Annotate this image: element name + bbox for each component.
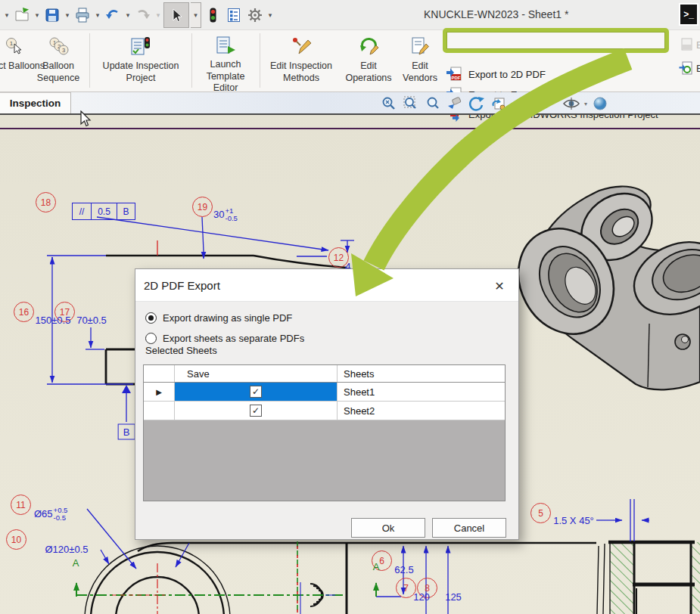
sheets-table: Save Sheets ▶✓Sheet1✓Sheet2 (143, 364, 506, 501)
launch-template-editor-button[interactable]: Launch Template Editor (194, 32, 257, 91)
export-edrawings-icon (678, 60, 693, 76)
dimension-text-toleranced[interactable]: 30+1-0.5 (213, 207, 238, 222)
edit-inspection-methods-button[interactable]: Edit Inspection Methods (262, 32, 341, 91)
chevron-down-icon[interactable]: ▾ (124, 11, 132, 19)
launch-template-editor-icon (214, 35, 237, 56)
datum-label-A[interactable]: A (73, 557, 79, 569)
export-edrawings-button[interactable]: Ex (678, 60, 700, 76)
radio-label: Export drawing as single PDF (163, 312, 292, 324)
save-cell[interactable]: ✓ (175, 402, 338, 420)
cancel-button[interactable]: Cancel (432, 518, 506, 538)
ribbon-button-label: Balloon Sequence (27, 60, 89, 84)
gdt-cell: B (117, 203, 135, 220)
ribbon-separator (191, 33, 192, 88)
chevron-down-icon[interactable]: ▾ (3, 11, 11, 19)
dimension-text[interactable]: 150±0.5 (36, 315, 71, 326)
dimension-text[interactable]: Ø120±0.5 (45, 544, 88, 555)
chevron-down-icon[interactable]: ▾ (64, 11, 71, 19)
print-button[interactable] (73, 5, 92, 25)
edit-vendors-button[interactable]: Edit Vendors (397, 32, 443, 91)
table-row[interactable]: ▶✓Sheet1 (144, 383, 505, 402)
datum-label-B[interactable]: B (118, 424, 135, 440)
gdt-cell: // (72, 203, 92, 220)
menu-item-export-2d-pdf[interactable]: PDF Export to 2D PDF (446, 64, 546, 84)
options-button[interactable] (245, 5, 265, 25)
properties-button[interactable] (224, 5, 244, 25)
table-row[interactable]: ✓Sheet2 (144, 402, 505, 420)
render-sphere-icon[interactable] (591, 95, 609, 113)
ribbon-button-label: Edit Vendors (397, 60, 443, 84)
row-selector-header (144, 365, 175, 382)
ribbon-separator (260, 33, 260, 88)
select-cursor-icon (169, 8, 184, 23)
radio-separate-pdfs[interactable]: Export sheets as separate PDFs (145, 333, 304, 344)
balloon-sequence-button[interactable]: 123 Balloon Sequence (27, 32, 89, 91)
ribbon-button-label: Launch Template Editor (194, 59, 257, 95)
edit-inspection-methods-icon (290, 35, 313, 57)
dimension-text[interactable]: 120 (413, 591, 430, 603)
radio-button-unselected[interactable] (145, 333, 157, 344)
zoom-fit-icon[interactable] (380, 95, 398, 113)
balloon-11[interactable]: 11 (11, 495, 31, 515)
traffic-light-button[interactable] (203, 5, 222, 25)
dimension-text-toleranced[interactable]: Ø65+0.5-0.5 (34, 507, 67, 522)
save-button[interactable] (42, 5, 62, 25)
chevron-down-icon[interactable]: ▾ (33, 11, 41, 19)
update-inspection-project-button[interactable]: Update Inspection Project (92, 32, 189, 91)
dimension-text[interactable]: 1.5 X 45° (553, 515, 594, 526)
save-checkbox[interactable]: ✓ (250, 386, 262, 398)
datum-label-A[interactable]: A (373, 561, 380, 572)
svg-text:3: 3 (62, 47, 65, 54)
chevron-down-icon[interactable]: ▾ (584, 101, 587, 107)
section-view-icon[interactable] (446, 95, 464, 113)
row-selector-cell[interactable]: ▶ (144, 383, 175, 401)
svg-text:PDF: PDF (452, 76, 461, 80)
edit-operations-button[interactable]: Edit Operations (342, 32, 395, 91)
gear-icon (247, 7, 263, 23)
sheets-column-header: Sheets (338, 365, 504, 382)
radio-label: Export sheets as separate PDFs (163, 333, 304, 344)
print-icon (74, 7, 91, 23)
terminal-button[interactable]: >_ (679, 3, 698, 26)
close-icon[interactable]: ✕ (490, 277, 509, 295)
ok-button[interactable]: Ok (351, 518, 425, 538)
2d-pdf-export-dialog: 2D PDF Export ✕ Export drawing as single… (135, 268, 519, 540)
balloon-10[interactable]: 10 (6, 529, 26, 550)
balloon-19[interactable]: 19 (192, 197, 213, 217)
gdt-feature-control-frame[interactable]: //0.5B (72, 203, 135, 220)
zoom-icon[interactable] (424, 95, 442, 113)
chevron-down-icon[interactable]: ▾ (266, 11, 274, 19)
chevron-down-icon[interactable]: ▾ (94, 11, 101, 19)
balloon-5[interactable]: 5 (530, 503, 551, 523)
radio-button-selected[interactable] (145, 312, 157, 324)
row-selector-cell[interactable] (144, 402, 175, 420)
edit-operations-icon (357, 35, 380, 57)
dimension-text[interactable]: 125 (445, 591, 462, 603)
redo-button[interactable] (133, 5, 153, 25)
balloon-18[interactable]: 18 (36, 192, 56, 212)
undo-button[interactable] (103, 5, 123, 25)
save-column-header: Save (175, 365, 338, 382)
save-cell[interactable]: ✓ (175, 383, 338, 401)
rotate-view-icon[interactable] (468, 95, 486, 113)
sheet-name-cell[interactable]: Sheet1 (338, 383, 504, 401)
display-cube-icon (512, 95, 530, 113)
view-heads-up-toolbar: ▾ (380, 95, 609, 113)
dimension-text[interactable]: 62.5 (394, 564, 413, 575)
open-file-button[interactable] (12, 5, 32, 25)
menu-item-label: Export to 2D PDF (468, 69, 546, 80)
save-checkbox[interactable]: ✓ (250, 405, 262, 417)
row-selector-arrow-icon: ▶ (156, 388, 162, 396)
select-tool-button[interactable] (163, 2, 189, 28)
chevron-down-icon[interactable]: ▾ (191, 2, 201, 28)
balloon-16[interactable]: 16 (14, 302, 34, 322)
previous-view-icon[interactable] (490, 95, 508, 113)
tab-inspection[interactable]: Inspection (0, 92, 71, 113)
tab-row: Inspection ▾ (0, 92, 700, 115)
hide-show-eye-icon[interactable] (562, 95, 580, 113)
zoom-area-icon[interactable] (402, 95, 420, 113)
gdt-cell: 0.5 (92, 203, 117, 220)
dimension-text[interactable]: 70±0.5 (76, 315, 107, 326)
sheet-name-cell[interactable]: Sheet2 (338, 402, 504, 420)
radio-single-pdf[interactable]: Export drawing as single PDF (145, 312, 292, 324)
